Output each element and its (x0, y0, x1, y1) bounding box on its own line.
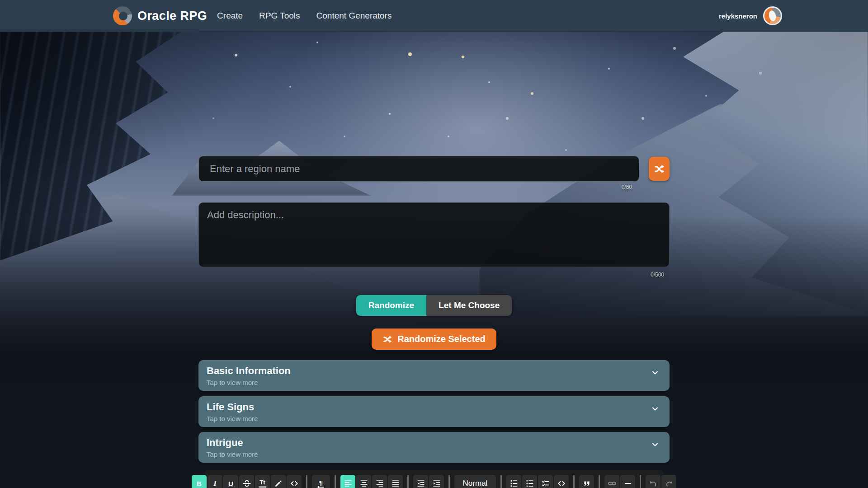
editor-toolbar: B I U Tt (205, 470, 663, 488)
blockquote-icon (583, 479, 591, 488)
bullet-list-icon (525, 479, 534, 488)
italic-icon: I (213, 479, 216, 488)
link-icon (608, 479, 617, 488)
username: relyksneron (719, 12, 757, 20)
align-center-icon (359, 479, 368, 488)
region-description-input[interactable] (198, 202, 670, 267)
paragraph-direction-button[interactable]: ¶ (312, 475, 330, 488)
toolbar-divider (306, 475, 307, 488)
highlight-button[interactable] (271, 475, 286, 488)
region-generator-page: 0/60 0/500 Randomize Let Me Choose Rando… (198, 156, 670, 488)
code-icon (557, 479, 566, 488)
toolbar-divider (335, 475, 336, 488)
top-navbar: Oracle RPG Create RPG Tools Content Gene… (0, 0, 868, 32)
section-intrigue[interactable]: Intrigue Tap to view more (198, 432, 670, 463)
paragraph-icon: ¶ (318, 479, 324, 488)
toolbar-divider (599, 475, 600, 488)
brand[interactable]: Oracle RPG (113, 6, 207, 25)
nav-item-create[interactable]: Create (217, 11, 243, 21)
description-char-counter: 0/500 (198, 271, 670, 278)
shuffle-icon (653, 163, 665, 175)
strikethrough-icon (242, 479, 251, 488)
chevron-down-icon (651, 368, 660, 377)
nav-links: Create RPG Tools Content Generators (217, 11, 392, 21)
code-icon (290, 479, 299, 488)
outdent-button[interactable] (413, 475, 428, 488)
underline-button[interactable]: U (223, 475, 238, 488)
bullet-list-button[interactable] (522, 475, 537, 488)
format-select-value: Normal (463, 479, 488, 488)
inline-code-button[interactable] (287, 475, 302, 488)
section-subtitle: Tap to view more (207, 379, 291, 386)
font-size-button[interactable]: Tt (255, 475, 270, 488)
toolbar-divider (500, 475, 502, 488)
format-select[interactable]: Normal (454, 475, 496, 488)
toolbar-divider (573, 475, 575, 488)
section-title: Intrigue (207, 436, 258, 449)
nav-user-area[interactable]: relyksneron (719, 6, 782, 25)
redo-button[interactable] (661, 475, 676, 488)
avatar[interactable] (763, 6, 782, 25)
brand-name: Oracle RPG (137, 9, 207, 23)
bold-icon: B (197, 480, 202, 488)
outdent-icon (416, 479, 425, 488)
font-size-icon: Tt (259, 479, 266, 488)
align-right-icon (375, 479, 384, 488)
checklist-icon (541, 479, 550, 488)
align-justify-icon (391, 479, 400, 488)
let-me-choose-mode-tab[interactable]: Let Me Choose (426, 295, 512, 316)
redo-icon (665, 479, 674, 488)
randomize-selected-row: Randomize Selected (198, 328, 670, 350)
checklist-button[interactable] (538, 475, 553, 488)
horizontal-rule-button[interactable] (620, 475, 635, 488)
align-center-button[interactable] (356, 475, 371, 488)
strikethrough-button[interactable] (239, 475, 254, 488)
section-subtitle: Tap to view more (207, 450, 258, 458)
horizontal-rule-icon (623, 479, 632, 488)
region-name-input[interactable] (198, 156, 639, 182)
underline-icon: U (228, 480, 233, 488)
code-block-button[interactable] (554, 475, 569, 488)
section-text: Life Signs Tap to view more (207, 401, 258, 422)
link-button[interactable] (604, 475, 619, 488)
indent-icon (432, 479, 441, 488)
blockquote-button[interactable] (579, 475, 594, 488)
oracle-rpg-logo-icon (113, 6, 132, 25)
bold-button[interactable]: B (192, 475, 207, 488)
section-life-signs[interactable]: Life Signs Tap to view more (198, 396, 670, 427)
toolbar-divider (407, 475, 409, 488)
align-left-icon (344, 479, 353, 488)
section-title: Basic Information (207, 365, 291, 377)
section-text: Intrigue Tap to view more (207, 436, 258, 457)
nav-item-content-generators[interactable]: Content Generators (316, 11, 392, 21)
indent-button[interactable] (429, 475, 444, 488)
align-justify-button[interactable] (388, 475, 403, 488)
ordered-list-button[interactable] (506, 475, 521, 488)
ordered-list-icon (509, 479, 519, 488)
pencil-icon (274, 479, 283, 488)
section-title: Life Signs (207, 401, 258, 413)
region-name-row (198, 156, 670, 182)
section-basic-information[interactable]: Basic Information Tap to view more (198, 360, 670, 391)
randomize-name-button[interactable] (649, 157, 670, 181)
section-subtitle: Tap to view more (207, 415, 258, 422)
shuffle-icon (382, 334, 392, 344)
toolbar-divider (640, 475, 641, 488)
undo-button[interactable] (646, 475, 660, 488)
section-text: Basic Information Tap to view more (207, 365, 291, 385)
randomize-selected-button[interactable]: Randomize Selected (372, 328, 496, 350)
align-right-button[interactable] (372, 475, 387, 488)
align-left-button[interactable] (340, 475, 355, 488)
randomize-mode-tab[interactable]: Randomize (356, 295, 426, 316)
randomize-selected-label: Randomize Selected (397, 334, 486, 344)
name-char-counter: 0/60 (198, 183, 639, 191)
editor-toolbar-row: B I U Tt (192, 475, 676, 488)
undo-icon (649, 479, 658, 488)
toolbar-divider (448, 475, 450, 488)
chevron-down-icon (651, 440, 660, 449)
mode-toggle-row: Randomize Let Me Choose (198, 295, 670, 316)
mode-toggle-group: Randomize Let Me Choose (356, 295, 512, 316)
chevron-down-icon (651, 404, 660, 413)
nav-item-rpg-tools[interactable]: RPG Tools (259, 11, 300, 21)
italic-button[interactable]: I (208, 475, 222, 488)
